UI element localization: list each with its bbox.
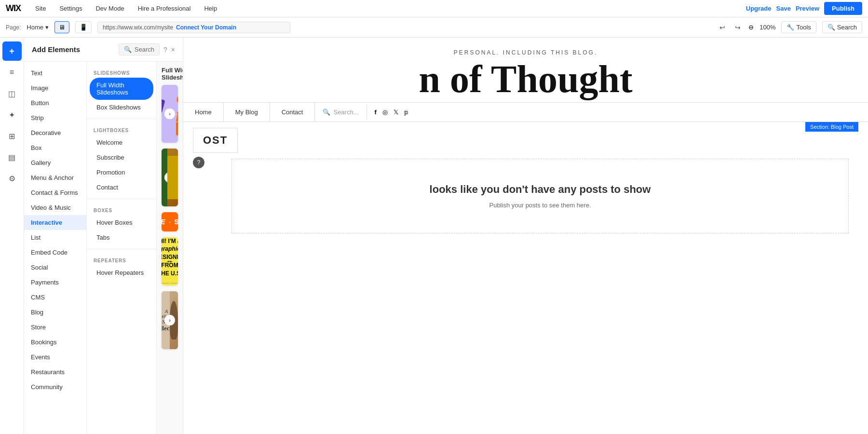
nav-item-blog[interactable]: Blog	[24, 305, 86, 320]
pages-button[interactable]: ≡	[2, 63, 22, 82]
slideshow-card-sale[interactable]: SALE • SALE • SALE • SALE	[162, 212, 178, 231]
repeaters-label: REPEATERS	[87, 253, 156, 265]
nav-item-interactive[interactable]: Interactive	[24, 215, 86, 230]
elements-subsection: SLIDESHOWS Full Width Slideshows Box Sli…	[87, 62, 157, 434]
mobile-view-button[interactable]: 📱	[75, 21, 92, 33]
media-button[interactable]: ▤	[2, 148, 22, 167]
sub-item-hover-repeaters[interactable]: Hover Repeaters	[90, 265, 153, 280]
get-fit-text: GET	[176, 91, 178, 107]
sub-item-welcome[interactable]: Welcome	[90, 135, 153, 150]
redo-button[interactable]: ↪	[733, 22, 743, 33]
nav-item-restaurants[interactable]: Restaurants	[24, 365, 86, 380]
tools-icon: 🔧	[787, 24, 794, 31]
nav-help[interactable]: Help	[201, 5, 220, 12]
nav-devmode[interactable]: Dev Mode	[93, 5, 127, 12]
desktop-view-button[interactable]: 🖥	[54, 21, 69, 33]
slide-next-5[interactable]: ›	[164, 315, 175, 326]
nav-site[interactable]: Site	[32, 5, 49, 12]
slideshows-label: SLIDESHOWS	[87, 66, 156, 78]
nav-item-events[interactable]: Events	[24, 350, 86, 365]
wix-logo: WIX	[6, 3, 21, 14]
nav-settings[interactable]: Settings	[56, 5, 85, 12]
pinterest-icon[interactable]: 𝕡	[404, 108, 408, 116]
nav-item-decorative[interactable]: Decorative	[24, 125, 86, 140]
sub-item-promotion[interactable]: Promotion	[90, 165, 153, 180]
boxes-label: BOXES	[87, 203, 156, 215]
main-area: + ≡ ◫ ✦ ⊞ ▤ ⚙ Add Elements 🔍 Search	[0, 38, 868, 434]
nav-item-embed-code[interactable]: Embed Code	[24, 245, 86, 260]
site-tools-button[interactable]: ⚙	[2, 169, 22, 188]
section-label: Section: Blog Post	[805, 122, 858, 132]
nav-item-cms[interactable]: CMS	[24, 290, 86, 305]
twitter-icon[interactable]: 𝕏	[393, 108, 398, 116]
tools-label: Tools	[796, 24, 811, 31]
search-icon: 🔍	[124, 46, 132, 53]
slideshow-card-get-fit[interactable]: GET fit Start Today	[162, 85, 178, 143]
nav-item-text[interactable]: Text	[24, 66, 86, 81]
slideshow-card-collection[interactable]: A Whole New Collection ‹ ›	[162, 291, 178, 349]
app-market-button[interactable]: ⊞	[2, 126, 22, 146]
panel-search[interactable]: 🔍 Search	[119, 43, 160, 55]
undo-button[interactable]: ↩	[718, 22, 727, 33]
url-bar: https://www.wix.com/mysite Connect Your …	[97, 22, 290, 33]
post-label: OST	[203, 134, 228, 146]
icon-sidebar: + ≡ ◫ ✦ ⊞ ▤ ⚙	[0, 38, 24, 434]
page-select[interactable]: Home ▾	[27, 24, 49, 31]
add-elements-button[interactable]: +	[2, 41, 22, 61]
nav-item-image[interactable]: Image	[24, 81, 86, 95]
connect-domain-link[interactable]: Connect Your Domain	[176, 24, 236, 31]
nav-item-contact-forms[interactable]: Contact & Forms	[24, 185, 86, 200]
site-tools-icon: ⚙	[9, 174, 15, 183]
sub-item-full-width[interactable]: Full Width Slideshows	[90, 78, 153, 100]
start-today-button[interactable]: Start Today	[176, 122, 178, 136]
canvas-search-button[interactable]: 🔍 Search	[822, 21, 862, 33]
slideshow-card-home-bar[interactable]: FROM HOW TOSTOCK YOURHome Bar	[162, 149, 178, 206]
nav-item-store[interactable]: Store	[24, 320, 86, 335]
nav-item-contact[interactable]: Contact	[270, 103, 315, 122]
second-bar: Page: Home ▾ 🖥 📱 https://www.wix.com/mys…	[0, 17, 868, 38]
add-elements-panel: Add Elements 🔍 Search ? × Text Image But…	[24, 38, 183, 434]
design-button[interactable]: ✦	[2, 105, 22, 124]
tools-button[interactable]: 🔧 Tools	[781, 21, 816, 33]
instagram-icon[interactable]: ◎	[382, 108, 388, 116]
sub-item-hover-boxes[interactable]: Hover Boxes	[90, 215, 153, 230]
nav-hire[interactable]: Hire a Professional	[135, 5, 194, 12]
mobile-icon: 📱	[80, 24, 87, 31]
app-market-icon: ⊞	[9, 132, 15, 141]
nav-item-box[interactable]: Box	[24, 140, 86, 155]
slide-next-1[interactable]: ›	[164, 108, 175, 119]
nav-item-gallery[interactable]: Gallery	[24, 155, 86, 170]
preview-button[interactable]: Preview	[796, 5, 819, 12]
sub-item-subscribe[interactable]: Subscribe	[90, 150, 153, 165]
nav-item-button[interactable]: Button	[24, 95, 86, 110]
upgrade-button[interactable]: Upgrade	[746, 5, 772, 12]
facebook-icon[interactable]: f	[375, 108, 377, 116]
panel-close-button[interactable]: ×	[171, 46, 175, 54]
sub-item-contact[interactable]: Contact	[90, 180, 153, 195]
sub-item-box-slideshows[interactable]: Box Slideshows	[90, 100, 153, 115]
save-button[interactable]: Save	[776, 5, 791, 12]
designer-arrow-right-icon: →	[165, 257, 173, 266]
nav-search[interactable]: 🔍 Search...	[315, 105, 366, 120]
sale-ticker-content: SALE • SALE • SALE • SALE	[162, 212, 178, 231]
nav-item-bookings[interactable]: Bookings	[24, 335, 86, 350]
social-links: f ◎ 𝕏 𝕡	[367, 108, 416, 116]
get-fit-italic: fit	[176, 106, 178, 122]
nav-item-payments[interactable]: Payments	[24, 275, 86, 290]
search-icon: 🔍	[827, 24, 835, 31]
nav-item-community[interactable]: Community	[24, 380, 86, 394]
nav-item-list[interactable]: List	[24, 230, 86, 245]
nav-item-video-music[interactable]: Video & Music	[24, 200, 86, 215]
panel-help-button[interactable]: ?	[163, 46, 167, 54]
help-bubble[interactable]: ?	[193, 157, 204, 168]
sub-item-tabs[interactable]: Tabs	[90, 230, 153, 245]
nav-item-menu-anchor[interactable]: Menu & Anchor	[24, 170, 86, 185]
nav-item-home[interactable]: Home	[183, 103, 224, 122]
slideshow-card-designer[interactable]: ← HI! I'M a graphic DESIGNER FROMTHE U.S…	[162, 237, 178, 285]
preview-section-header: Full Width Slideshows ℹ	[162, 67, 178, 81]
publish-button[interactable]: Publish	[824, 2, 862, 15]
background-button[interactable]: ◫	[2, 84, 22, 103]
nav-item-strip[interactable]: Strip	[24, 110, 86, 125]
nav-item-social[interactable]: Social	[24, 260, 86, 275]
nav-item-my-blog[interactable]: My Blog	[224, 103, 270, 122]
